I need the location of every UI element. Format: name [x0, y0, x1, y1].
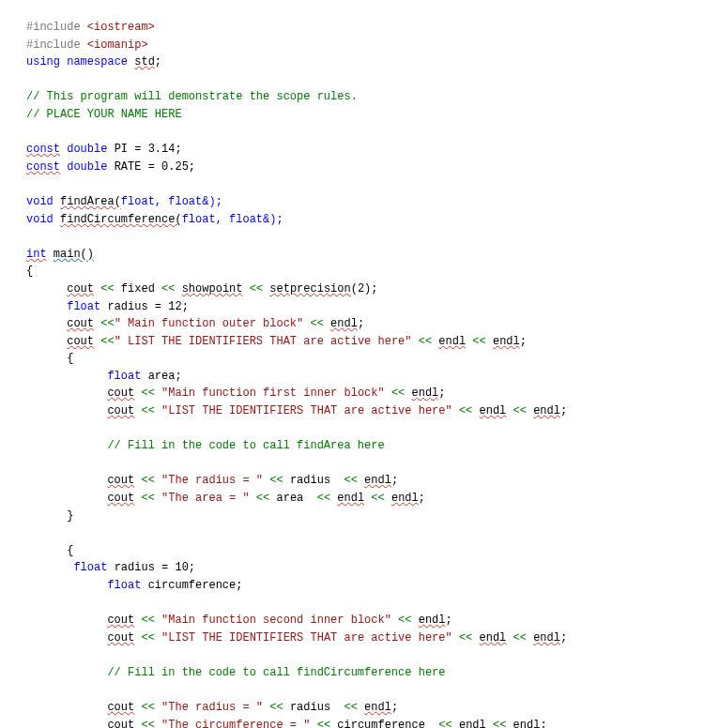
op-ins: << [94, 317, 115, 330]
op-ins: << [452, 404, 480, 417]
num: 0.25; [161, 160, 195, 174]
id-endl: endl [364, 474, 391, 487]
id-rate: RATE [115, 160, 142, 174]
code-block: #include <iostream> #include <iomanip> u… [26, 19, 678, 728]
decl: circumference; [141, 579, 242, 592]
eq: = [128, 143, 148, 156]
semi: ; [419, 492, 425, 505]
str: "Main function second inner block" [161, 614, 391, 627]
id-endl: endl [391, 492, 419, 505]
semi: ; [520, 335, 527, 348]
id-radius: radius [283, 701, 338, 714]
id-endl: endl [493, 335, 520, 348]
id-endl: endl [533, 631, 560, 645]
brace: { [67, 544, 73, 557]
params: float, float&); [182, 213, 283, 226]
id-area: area [269, 492, 310, 505]
decl: radius = 10; [107, 561, 195, 574]
op-ins: << [506, 404, 533, 417]
preproc: #include [26, 21, 81, 34]
id-endl: endl [480, 631, 507, 645]
kw-double: double [67, 143, 107, 156]
op-ins: << [364, 492, 391, 505]
brace: { [67, 352, 73, 365]
brace: } [67, 509, 73, 523]
id-cout: cout [67, 282, 94, 296]
op-ins: << [134, 701, 161, 714]
id-cout: cout [107, 404, 134, 417]
semi: ; [391, 701, 398, 714]
semi: ; [446, 614, 452, 627]
id-endl: endl [513, 719, 541, 728]
brace: { [26, 265, 33, 278]
op-ins: << [303, 317, 330, 330]
semi: ; [540, 719, 546, 728]
id-endl: endl [533, 404, 560, 417]
params: float, float&); [121, 195, 222, 208]
id-fixed: fixed [121, 282, 155, 296]
kw-void: void [26, 213, 54, 226]
id-showpoint: showpoint [182, 282, 243, 296]
id-cout: cout [107, 631, 134, 645]
kw-float: float [107, 370, 141, 383]
id-cout: cout [107, 387, 134, 400]
id-endl: endl [459, 719, 486, 728]
id-cout: cout [107, 492, 134, 505]
op-ins: << [506, 631, 533, 645]
kw-float: float [67, 300, 100, 313]
op-ins: << [466, 335, 493, 348]
op-ins: << [134, 492, 161, 505]
id-endl: endl [480, 404, 507, 417]
op-ins: << [337, 474, 358, 487]
str: " Main function outer block" [115, 317, 304, 330]
str: "LIST THE IDENTIFIERS THAT are active he… [161, 631, 452, 645]
semi: ; [358, 317, 364, 330]
str: "LIST THE IDENTIFIERS THAT are active he… [161, 404, 452, 417]
preproc: #include [26, 38, 81, 52]
decl: radius = 12; [100, 300, 189, 313]
id-cout: cout [67, 335, 94, 348]
op-ins: << [250, 492, 270, 505]
id-std: std [134, 55, 155, 68]
fn-main: main() [54, 248, 94, 261]
fn-findarea: findArea( [60, 195, 121, 208]
kw-void: void [26, 195, 54, 208]
op-ins: << [263, 701, 283, 714]
op-ins: << [391, 614, 419, 627]
kw-int: int [26, 248, 47, 261]
kw-using: using [26, 55, 60, 68]
kw-float: float [73, 561, 107, 574]
comment: // This program will demonstrate the sco… [26, 90, 358, 103]
op-ins: << [242, 282, 269, 296]
op-ins: << [412, 335, 439, 348]
op-ins: << [94, 335, 115, 348]
id-endl: endl [438, 335, 466, 348]
op-ins: << [134, 474, 161, 487]
op-ins: << [486, 719, 513, 728]
id-cout: cout [67, 317, 94, 330]
op-ins: << [311, 492, 331, 505]
str: "The radius = " [161, 474, 263, 487]
kw-const: const [26, 143, 60, 156]
op-ins: << [94, 282, 121, 296]
str: "Main function first inner block" [161, 387, 385, 400]
kw-const: const [26, 160, 60, 174]
decl: area; [141, 370, 181, 383]
op-ins: << [385, 387, 412, 400]
op-ins: << [452, 631, 480, 645]
op-ins: << [134, 631, 161, 645]
semi: ; [391, 474, 398, 487]
eq: = [141, 160, 161, 174]
str: "The circumference = " [161, 719, 310, 728]
kw-double: double [67, 160, 107, 174]
str: "The radius = " [161, 701, 263, 714]
comment: // Fill in the code to call findArea her… [107, 439, 384, 452]
include-target: <iostream> [87, 21, 155, 34]
id-endl: endl [419, 614, 446, 627]
include-target: <iomanip> [87, 38, 148, 52]
str: "The area = " [161, 492, 250, 505]
semi: ; [560, 404, 567, 417]
kw-namespace: namespace [67, 55, 128, 68]
fn-findcirc: findCircumference( [60, 213, 182, 226]
id-radius: radius [283, 474, 338, 487]
